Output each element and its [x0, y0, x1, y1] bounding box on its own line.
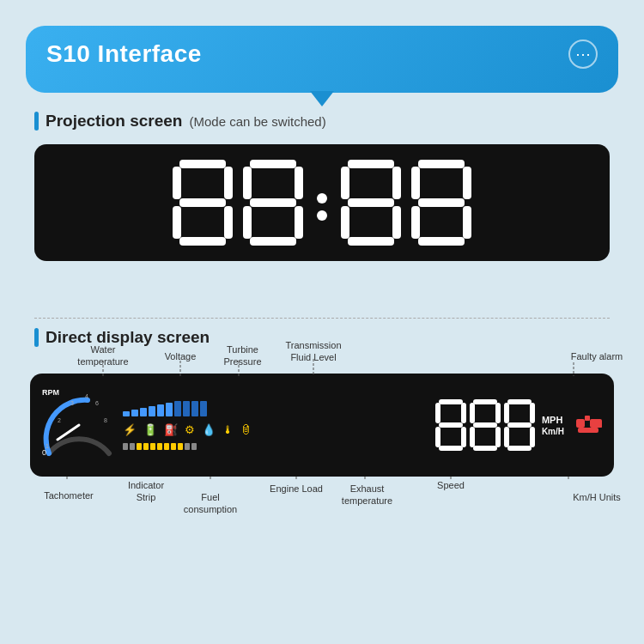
speed-display: MPH Km/H: [435, 399, 564, 451]
seg-g-3: [348, 198, 394, 207]
seg-d-2: [250, 237, 296, 246]
seg-f-3: [341, 167, 349, 199]
bar-b5: [157, 404, 164, 416]
bar-b4: [149, 406, 155, 416]
seg-digit-2: [243, 160, 303, 246]
section-divider: [34, 318, 610, 319]
seg-a-4: [418, 160, 465, 168]
bar-y2: [130, 443, 135, 450]
bar-y4: [143, 443, 149, 450]
annot-transmission: Transmission Fluid Level: [283, 339, 343, 364]
svg-rect-16: [473, 446, 497, 451]
dash-icon-row: ⚡ 🔋 ⛽ ⚙ 💧 🌡 🛢: [123, 420, 430, 440]
projection-label-text: Projection screen: [46, 112, 182, 131]
seg-d-3: [348, 237, 394, 246]
more-options-button[interactable]: ⋯: [568, 39, 598, 69]
svg-text:2: 2: [58, 417, 61, 423]
bar-b6: [166, 403, 173, 416]
header-bubble: S10 Interface ⋯: [26, 26, 618, 93]
seg-display: [173, 160, 471, 246]
seg-c-2: [295, 206, 303, 239]
annot-kmh-units: Km/H Units: [567, 491, 627, 503]
bar-b8: [183, 401, 190, 416]
bar-y6: [157, 443, 162, 450]
speed-digit-3: [504, 399, 535, 451]
seg-b-3: [392, 167, 401, 199]
colon-dot-bottom: [317, 210, 327, 221]
seg-g-4: [418, 198, 465, 207]
app-title: S10 Interface: [46, 40, 202, 68]
annot-tachometer: Tachometer: [39, 489, 99, 501]
bar-y3: [137, 443, 142, 450]
battery-icon: 🔋: [143, 423, 157, 436]
seg-e-2: [243, 206, 252, 239]
kmh-label: Km/H: [542, 427, 564, 436]
projection-section-label: Projection screen (Mode can be switched): [34, 112, 610, 131]
blue-bar-row: [123, 401, 430, 416]
bar-b9: [191, 401, 198, 416]
projection-section: Projection screen (Mode can be switched): [34, 112, 610, 261]
speed-units: MPH Km/H: [542, 415, 564, 436]
bar-b3: [140, 408, 147, 416]
annot-voltage: Voltage: [159, 350, 202, 362]
indicator-area: ⚡ 🔋 ⛽ ⚙ 💧 🌡 🛢: [123, 401, 430, 450]
svg-rect-10: [435, 403, 440, 423]
svg-rect-27: [530, 427, 535, 447]
seg-b-2: [295, 167, 303, 199]
svg-text:6: 6: [95, 400, 99, 406]
oil-icon: 🛢: [240, 423, 252, 436]
seg-c-1: [224, 206, 233, 239]
speed-digit-1: [435, 399, 466, 451]
svg-rect-25: [530, 403, 535, 423]
annot-fuel-consumption: Fuel consumption: [180, 491, 240, 516]
colon-separator: [317, 193, 327, 212]
seg-f-1: [173, 167, 181, 199]
bar-y1: [123, 443, 128, 450]
bar-y11: [191, 443, 197, 450]
bar-y7: [164, 443, 169, 450]
turbine-icon: ⚙: [185, 423, 195, 436]
projection-screen: [34, 144, 610, 261]
rpm-label: RPM: [42, 388, 59, 397]
svg-rect-28: [576, 419, 585, 428]
seg-f-4: [411, 167, 420, 199]
seg-digit-1: [173, 160, 233, 246]
svg-rect-18: [495, 403, 501, 423]
svg-rect-23: [507, 446, 532, 451]
seg-e-1: [173, 206, 181, 239]
annot-faulty: Faulty alarm: [567, 350, 627, 362]
bar-y10: [185, 443, 190, 450]
seg-b-1: [224, 167, 233, 199]
svg-rect-26: [504, 427, 509, 447]
rpm-gauge: RPM 0 1 2 3 4 6 8: [40, 386, 118, 464]
svg-text:8: 8: [104, 417, 107, 423]
seg-e-3: [341, 206, 349, 239]
rpm-zero: 0: [42, 448, 46, 457]
seg-c-3: [392, 206, 401, 239]
seg-digit-4: [411, 160, 471, 246]
svg-rect-21: [507, 399, 532, 404]
speed-seg-3: [504, 399, 535, 451]
bar-b10: [200, 401, 207, 416]
svg-rect-20: [495, 427, 501, 447]
engine-warning-svg: [574, 412, 604, 438]
seg-a-3: [348, 160, 394, 168]
annot-engine-load: Engine Load: [266, 483, 326, 495]
water-temp-icon: ⚡: [123, 423, 137, 436]
bar-y9: [178, 443, 183, 450]
seg-e-4: [411, 206, 420, 239]
colon-dot-top: [317, 193, 327, 204]
svg-rect-7: [439, 399, 463, 404]
chevron-down-icon: [310, 91, 334, 106]
svg-rect-12: [435, 427, 440, 447]
annot-speed: Speed: [429, 479, 472, 491]
svg-rect-9: [439, 446, 463, 451]
seg-b-4: [463, 167, 471, 199]
svg-rect-8: [439, 422, 463, 428]
annot-turbine: Turbine Pressure: [219, 343, 266, 368]
speed-digit-2: [470, 399, 501, 451]
svg-rect-22: [507, 422, 532, 428]
seg-a-1: [179, 160, 226, 168]
rpm-arc-svg: 1 2 3 4 6 8: [40, 386, 118, 464]
section-bar: [34, 112, 39, 131]
